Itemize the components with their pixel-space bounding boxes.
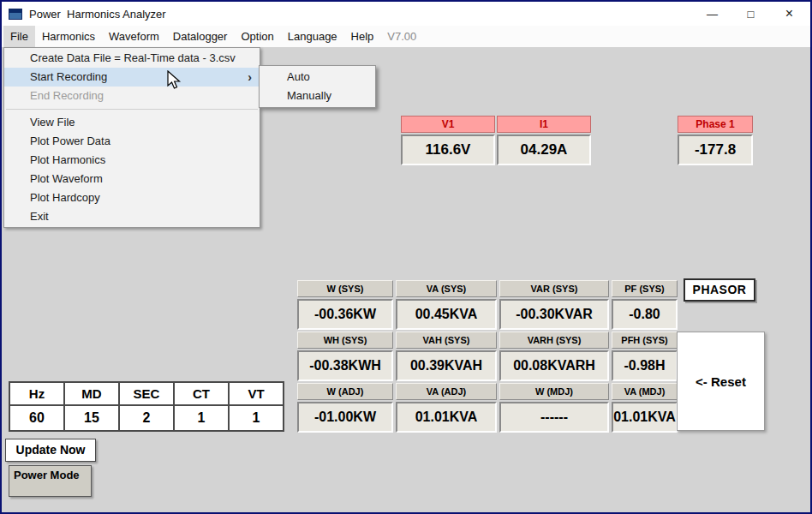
value-w-mdj: ------ xyxy=(499,402,609,433)
menu-waveform[interactable]: Waveform xyxy=(102,26,166,47)
menu-version-label: V7.00 xyxy=(380,26,423,47)
phasor-button[interactable]: PHASOR xyxy=(684,278,755,302)
menu-item-end-recording: End Recording xyxy=(4,87,260,105)
header-pf-sys: PF (SYS) xyxy=(612,280,678,297)
settings-header-ct: CT xyxy=(174,382,229,405)
value-va-adj: 01.01KVA xyxy=(396,402,497,433)
menu-item-start-recording-label: Start Recording xyxy=(30,70,107,83)
menu-separator xyxy=(6,109,258,110)
menu-item-create-data-file[interactable]: Create Data File = Real-Time data - 3.cs… xyxy=(4,49,260,68)
phase1-value: -177.8 xyxy=(678,134,753,165)
value-w-sys: -00.36KW xyxy=(297,299,393,330)
value-va-sys: 00.45KVA xyxy=(396,299,497,330)
header-va-adj: VA (ADJ) xyxy=(396,383,497,400)
settings-header-sec: SEC xyxy=(119,382,174,405)
menu-item-exit[interactable]: Exit xyxy=(4,207,260,226)
mouse-cursor-icon xyxy=(167,70,182,94)
settings-header-row: Hz MD SEC CT VT xyxy=(9,382,284,405)
settings-value-md[interactable]: 15 xyxy=(64,405,119,431)
power-mode-button[interactable]: Power Mode xyxy=(9,465,92,497)
settings-value-sec[interactable]: 2 xyxy=(119,405,174,431)
header-vah-sys: VAH (SYS) xyxy=(396,332,497,349)
menu-item-view-file[interactable]: View File xyxy=(4,113,260,132)
header-wh-sys: WH (SYS) xyxy=(297,332,393,349)
value-pf-sys: -0.80 xyxy=(612,299,678,330)
titlebar: Power Harmonics Analyzer — □ × xyxy=(2,2,810,26)
settings-header-hz: Hz xyxy=(9,382,64,405)
settings-table: Hz MD SEC CT VT 60 15 2 1 1 xyxy=(9,381,284,432)
submenu-item-auto[interactable]: Auto xyxy=(260,68,375,87)
header-va-sys: VA (SYS) xyxy=(396,280,497,297)
vi-meter: V1 I1 116.6V 04.29A xyxy=(401,116,591,165)
header-pfh-sys: PFH (SYS) xyxy=(612,332,678,349)
menu-item-start-recording[interactable]: Start Recording › xyxy=(4,68,260,87)
power-readings-grid: W (SYS) VA (SYS) VAR (SYS) PF (SYS) -00.… xyxy=(297,280,678,433)
menu-datalogger[interactable]: Datalogger xyxy=(166,26,235,47)
settings-value-hz[interactable]: 60 xyxy=(9,405,64,431)
menu-item-plot-hardcopy[interactable]: Plot Hardcopy xyxy=(4,188,260,207)
header-w-mdj: W (MDJ) xyxy=(499,383,609,400)
settings-header-vt: VT xyxy=(229,382,284,405)
app-window: Power Harmonics Analyzer — □ × File Harm… xyxy=(0,0,812,514)
value-w-adj: -01.00KW xyxy=(297,402,393,433)
v1-header: V1 xyxy=(401,116,495,133)
value-pfh-sys: -0.98H xyxy=(612,350,678,381)
value-varh-sys: 00.08KVARH xyxy=(499,350,609,381)
v1-value: 116.6V xyxy=(401,134,495,165)
value-va-mdj: 01.01KVA xyxy=(612,402,678,433)
app-icon xyxy=(9,9,22,20)
settings-value-ct[interactable]: 1 xyxy=(174,405,229,431)
close-button[interactable]: × xyxy=(770,2,809,26)
header-w-adj: W (ADJ) xyxy=(297,383,393,400)
phase-meter: Phase 1 -177.8 xyxy=(678,116,753,165)
maximize-button[interactable]: □ xyxy=(731,2,770,26)
i1-value: 04.29A xyxy=(497,134,591,165)
phase1-header: Phase 1 xyxy=(678,116,753,133)
settings-header-md: MD xyxy=(64,382,119,405)
menu-option[interactable]: Option xyxy=(234,26,280,47)
file-menu-dropdown: Create Data File = Real-Time data - 3.cs… xyxy=(3,47,260,228)
window-controls: — □ × xyxy=(693,2,809,26)
settings-value-vt[interactable]: 1 xyxy=(229,405,284,431)
header-va-mdj: VA (MDJ) xyxy=(612,383,678,400)
update-now-button[interactable]: Update Now xyxy=(5,439,96,462)
value-wh-sys: -00.38KWH xyxy=(297,350,393,381)
menu-item-plot-harmonics[interactable]: Plot Harmonics xyxy=(4,151,260,170)
window-title: Power Harmonics Analyzer xyxy=(29,8,166,21)
settings-value-row: 60 15 2 1 1 xyxy=(9,405,284,431)
reset-button[interactable]: <- Reset xyxy=(677,332,765,431)
i1-header: I1 xyxy=(497,116,591,133)
menu-file[interactable]: File xyxy=(3,26,35,47)
menu-item-plot-power-data[interactable]: Plot Power Data xyxy=(4,132,260,151)
value-var-sys: -00.30KVAR xyxy=(499,299,609,330)
header-varh-sys: VARH (SYS) xyxy=(499,332,609,349)
submenu-arrow-icon: › xyxy=(248,68,252,87)
header-w-sys: W (SYS) xyxy=(297,280,393,297)
submenu-item-manually[interactable]: Manually xyxy=(260,87,375,105)
minimize-button[interactable]: — xyxy=(693,2,731,26)
header-var-sys: VAR (SYS) xyxy=(499,280,609,297)
menu-item-plot-waveform[interactable]: Plot Waveform xyxy=(4,170,260,188)
value-vah-sys: 00.39KVAH xyxy=(396,350,497,381)
menubar: File Harmonics Waveform Datalogger Optio… xyxy=(2,26,810,47)
menu-help[interactable]: Help xyxy=(344,26,381,47)
recording-submenu: Auto Manually xyxy=(259,65,376,108)
menu-language[interactable]: Language xyxy=(281,26,344,47)
menu-harmonics[interactable]: Harmonics xyxy=(35,26,102,47)
